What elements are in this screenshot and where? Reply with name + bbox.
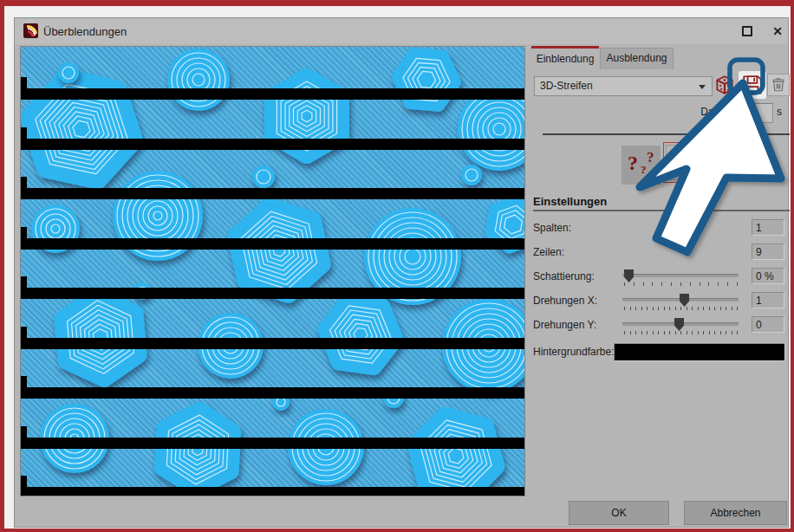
preview-stripe-edge: [21, 376, 27, 393]
slider-ticks: [624, 307, 738, 310]
settings-label: Drehungen Y:: [533, 319, 596, 331]
slider-ticks: [624, 331, 738, 334]
delete-button[interactable]: [767, 74, 790, 96]
preset-dropdown-value: 3D-Streifen: [540, 80, 593, 92]
preview-stripe-edge: [21, 476, 27, 493]
floppy-disk-icon: [741, 74, 764, 96]
preview-stripe: [21, 288, 524, 299]
slider-thumb[interactable]: [680, 294, 689, 307]
preview-stripe: [21, 139, 524, 150]
slider-track[interactable]: [622, 298, 739, 302]
settings-value-field[interactable]: 9: [752, 243, 784, 260]
duration-unit: s: [777, 106, 782, 118]
question-mark-icon: ?: [647, 149, 654, 166]
settings-label: Zeilen:: [533, 246, 564, 258]
preset-dropdown[interactable]: 3D-Streifen: [534, 76, 713, 96]
cancel-button[interactable]: Abbrechen: [684, 501, 787, 525]
dice-icon: [713, 74, 736, 96]
preview-stripe-edge: [21, 276, 27, 294]
settings-value-field[interactable]: 0 %: [752, 268, 784, 284]
preview-stripe-edge: [21, 177, 27, 194]
preview-stripe-edge: [21, 227, 27, 244]
selected-transition-thumbnail[interactable]: [663, 142, 704, 183]
settings-value-field[interactable]: 1: [752, 292, 784, 308]
preview-stripe-edge: [21, 77, 27, 94]
preview-stripe: [21, 88, 524, 100]
titlebar: Überblendungen ✕: [15, 18, 788, 44]
settings-value-field[interactable]: 1: [752, 219, 784, 236]
question-mark-icon: ?: [641, 163, 647, 177]
preview-stripe: [21, 238, 524, 250]
settings-row: Schattierung:0 %: [533, 268, 793, 290]
preview-stripe: [21, 338, 524, 349]
pattern-image: [21, 47, 524, 496]
preview-stripe: [21, 188, 524, 199]
random-button[interactable]: [713, 74, 736, 96]
ok-button[interactable]: OK: [569, 501, 669, 525]
save-button[interactable]: [739, 71, 766, 99]
preview-stripe-edge: [21, 327, 27, 344]
maximize-icon: [742, 26, 752, 36]
settings-label: Spalten:: [533, 222, 571, 234]
slider-thumb[interactable]: [674, 318, 684, 331]
window-title: Überblendungen: [43, 25, 127, 38]
settings-value-field[interactable]: 0: [752, 316, 784, 333]
tab-einblendung[interactable]: Einblendung: [531, 46, 599, 69]
app-logo-icon: [23, 23, 38, 38]
custom-transition-thumbnail[interactable]: ? ? ?: [622, 146, 661, 185]
settings-label: Drehungen X:: [533, 295, 597, 307]
preview-stripe-edge: [21, 127, 27, 145]
ueberblendungen-dialog: Überblendungen ✕ Einblendung Ausblendung…: [14, 17, 789, 528]
slider-ticks: [624, 282, 738, 286]
settings-underline: [533, 210, 790, 211]
slider-thumb[interactable]: [624, 269, 634, 282]
settings-label: Schattierung:: [533, 270, 595, 282]
duration-label: Dauer: [660, 106, 729, 118]
section-separator: [543, 133, 790, 135]
tab-ausblendung[interactable]: Ausblendung: [600, 48, 674, 69]
settings-header: Einstellungen: [533, 195, 607, 208]
preview-stripe: [21, 487, 524, 496]
preview-stripe: [21, 387, 524, 399]
preview-stripe-edge: [21, 426, 27, 444]
settings-row: Drehungen X:1: [533, 292, 793, 315]
duration-input[interactable]: [732, 103, 773, 123]
settings-row: Hintergrundfarbe:: [533, 343, 793, 366]
chevron-down-icon: [699, 85, 706, 89]
trash-icon: [771, 77, 786, 93]
maximize-button[interactable]: [739, 24, 755, 39]
color-swatch[interactable]: [614, 343, 785, 361]
settings-row: Spalten:1: [533, 219, 793, 242]
question-mark-icon: ?: [628, 152, 638, 175]
close-button[interactable]: ✕: [769, 23, 786, 40]
preview-stripe: [21, 438, 524, 449]
slider-track[interactable]: [622, 274, 739, 277]
transition-preview: [20, 46, 525, 496]
settings-row: Drehungen Y:0: [533, 316, 793, 339]
slider-track[interactable]: [622, 322, 739, 326]
window-mat: Überblendungen ✕ Einblendung Ausblendung…: [4, 6, 791, 529]
settings-row: Zeilen:9: [533, 243, 793, 266]
settings-label: Hintergrundfarbe:: [533, 346, 614, 358]
